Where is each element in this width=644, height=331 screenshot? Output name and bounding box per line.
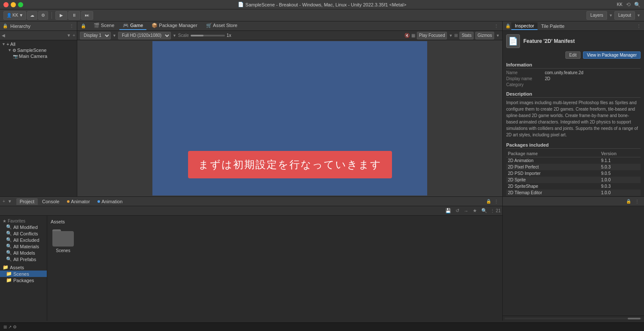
add-icon[interactable]: +: [71, 33, 75, 38]
assets-header[interactable]: 📁 Assets: [0, 264, 47, 271]
hierarchy-all-item[interactable]: ▼ + All: [0, 41, 77, 47]
panel-menu-icon[interactable]: ⋮: [493, 23, 500, 30]
add-bottom-tab-icon[interactable]: +: [3, 199, 5, 204]
hierarchy-samplescene-item[interactable]: ▼ ⚙ SampleScene: [0, 47, 77, 53]
information-section: Information Name com.unity.feature.2d Di…: [506, 62, 641, 87]
scroll-bar-area: [503, 316, 644, 321]
window-title: SampleScene - Breakout - Windows, Mac, L…: [246, 2, 407, 7]
scenes-tree-label: Scenes: [13, 271, 29, 277]
save-icon[interactable]: 💾: [444, 208, 453, 214]
game-tab[interactable]: 🎮 Game: [119, 22, 146, 30]
bottom-menu-dots-icon[interactable]: ⋮: [493, 198, 500, 205]
inspector-lock-icon[interactable]: 🔒: [504, 23, 511, 30]
volume-icon[interactable]: 🔇: [404, 33, 410, 38]
pkg-name-cell: 2D Tilemap Editor: [506, 190, 599, 196]
account-icon: 👤: [6, 13, 12, 18]
cloud-btn[interactable]: ☁: [27, 11, 37, 20]
settings-btn[interactable]: ⚙: [38, 11, 48, 20]
edit-btn[interactable]: Edit: [565, 51, 580, 59]
inspector-menu-icon[interactable]: ⋮: [635, 23, 642, 30]
main-layout: 🔒 Hierarchy ⋮ ◀ ▼ + ▼ + All ▼: [0, 21, 644, 321]
asset-store-tab[interactable]: 🛒 Asset Store: [203, 22, 241, 30]
packages-tree-item[interactable]: 📁 Packages: [0, 277, 47, 283]
info-row-category: Category: [506, 82, 641, 87]
all-models-item[interactable]: 🔍 All Models: [0, 250, 47, 256]
console-tab[interactable]: Console: [39, 198, 63, 205]
play-button[interactable]: ▶: [55, 11, 67, 20]
status-icon-3[interactable]: ⚙: [13, 325, 17, 329]
info-row-name: Name com.unity.feature.2d: [506, 70, 641, 75]
view-in-package-manager-btn[interactable]: View in Package Manager: [583, 51, 641, 59]
pause-button[interactable]: ⏸: [68, 11, 80, 20]
scenes-tree-item[interactable]: 📁 Scenes: [0, 271, 47, 277]
package-manager-tab[interactable]: 📦 Package Manager: [148, 22, 200, 30]
close-button[interactable]: [3, 2, 9, 7]
expand-collapse-icon[interactable]: ◀: [2, 33, 5, 38]
info-label-category: Category: [506, 82, 545, 87]
asset-store-icon: 🛒: [206, 23, 212, 28]
all-conflicts-item[interactable]: 🔍 All Conflicts: [0, 230, 47, 237]
scene-tab[interactable]: 🎬 Scene: [90, 22, 118, 30]
bottom-right-header: 🔒 ⋮: [503, 197, 644, 206]
chevron-layout-icon: ▼: [637, 13, 641, 18]
camera-icon: 📷: [13, 54, 18, 59]
all-materials-item[interactable]: 🔍 All Materials: [0, 243, 47, 250]
lock-icon[interactable]: 🔒: [80, 23, 87, 30]
scale-value: 1x: [227, 33, 231, 38]
hierarchy-content: ▼ + All ▼ ⚙ SampleScene 📷 Main Camera: [0, 40, 77, 196]
chevron-res-icon: ▼: [173, 33, 176, 38]
hierarchy-menu-icon[interactable]: ⋮: [68, 23, 75, 30]
description-title: Description: [506, 91, 641, 98]
assets-breadcrumb: Assets: [51, 219, 499, 224]
scale-slider[interactable]: [191, 35, 225, 36]
search-icon[interactable]: 🔍: [634, 2, 641, 8]
play-focused-btn[interactable]: Play Focused: [417, 32, 447, 39]
layers-button[interactable]: Layers: [586, 11, 607, 20]
description-text: Import images including multi-layered Ph…: [506, 99, 641, 138]
package-actions: Edit View in Package Manager: [506, 51, 641, 59]
step-button[interactable]: ⏭: [81, 11, 93, 20]
all-prefabs-item[interactable]: 🔍 All Prefabs: [0, 256, 47, 262]
inspector-tab[interactable]: Inspector: [511, 22, 538, 30]
gizmos-toggle-icon[interactable]: ⊞: [454, 33, 458, 38]
all-excluded-item[interactable]: 🔍 All Excluded: [0, 237, 47, 243]
history-icon[interactable]: ⟲: [626, 1, 631, 8]
aspect-icon[interactable]: ▦: [411, 33, 415, 38]
star-icon[interactable]: ★: [471, 208, 478, 214]
game-sub-toolbar: Display 1 ▼ Full HD (1920x1080) ▼ Scale …: [77, 31, 502, 40]
chevron-display-icon: ▼: [112, 33, 116, 38]
filter-icon[interactable]: ▼: [67, 33, 71, 38]
display-select[interactable]: Display 1: [80, 32, 111, 39]
hierarchy-lock-icon[interactable]: 🔒: [2, 23, 9, 30]
account-btn[interactable]: 👤 KK ▼: [3, 11, 26, 20]
bottom-right-menu-icon[interactable]: ⋮: [634, 198, 641, 205]
resolution-select[interactable]: Full HD (1920x1080): [118, 32, 171, 39]
bottom-lock-icon[interactable]: 🔒: [485, 198, 492, 205]
animator-tab[interactable]: Animator: [64, 198, 93, 205]
hierarchy-maincamera-item[interactable]: 📷 Main Camera: [0, 53, 77, 59]
search-bottom-icon[interactable]: 🔍: [480, 208, 489, 214]
bottom-menu-icon[interactable]: ▼: [8, 199, 12, 204]
refresh-icon[interactable]: ↺: [454, 208, 461, 214]
project-tab[interactable]: Project: [16, 198, 38, 205]
tile-palette-tab[interactable]: Tile Palette: [538, 23, 568, 30]
status-icon-2[interactable]: ↗: [8, 325, 12, 329]
stats-btn[interactable]: Stats: [459, 32, 474, 39]
maximize-button[interactable]: [18, 2, 23, 7]
layout-button[interactable]: Layout: [614, 11, 635, 20]
minimize-button[interactable]: [11, 2, 16, 7]
animation-tab[interactable]: Animation: [94, 198, 126, 205]
pkg-col-name: Package name: [506, 150, 599, 157]
assets-label: Assets: [10, 265, 24, 270]
search-icon-materials: 🔍: [6, 244, 12, 249]
scroll-track[interactable]: [504, 318, 642, 319]
inspector-tabs-bar: 🔒 Inspector Tile Palette ⋮: [503, 21, 644, 31]
hierarchy-maincamera-label: Main Camera: [19, 54, 47, 59]
status-icon-1[interactable]: ⊞: [3, 325, 7, 329]
bottom-right-lock-icon[interactable]: 🔒: [625, 198, 632, 205]
account-label[interactable]: KK: [617, 2, 623, 7]
all-modified-item[interactable]: 🔍 All Modified: [0, 224, 47, 230]
scenes-asset-item[interactable]: Scenes: [51, 228, 76, 255]
gizmos-btn[interactable]: Gizmos: [475, 32, 494, 39]
arrow-right-icon[interactable]: →: [462, 208, 470, 214]
